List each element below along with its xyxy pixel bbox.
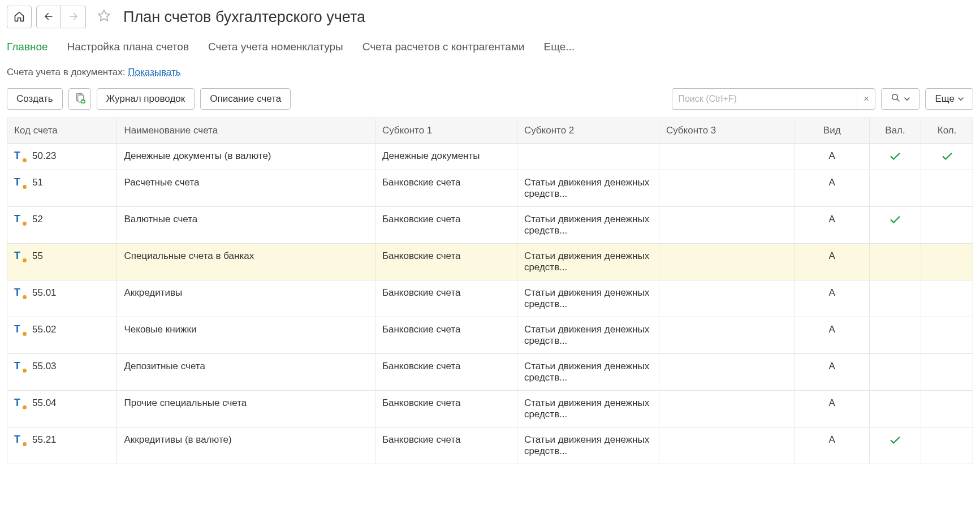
cell-sub1: Банковские счета: [375, 427, 517, 464]
star-icon: [97, 8, 111, 26]
cell-val: [869, 354, 921, 391]
col-sub3[interactable]: Субконто 3: [659, 118, 795, 144]
cell-sub1: Банковские счета: [375, 170, 517, 207]
search-box: ×: [672, 88, 875, 110]
cell-sub3: [659, 427, 795, 464]
cell-kind: А: [795, 144, 869, 170]
cell-qty: [921, 144, 973, 170]
search-clear-button[interactable]: ×: [857, 89, 875, 109]
tab-plan-settings[interactable]: Настройка плана счетов: [67, 38, 189, 55]
toolbar: Создать Журнал проводок Описание счета ×: [7, 88, 973, 110]
table-row[interactable]: Т55.01АккредитивыБанковские счетаСтатьи …: [7, 280, 973, 317]
table-row[interactable]: Т55.02Чековые книжкиБанковские счетаСтат…: [7, 317, 973, 354]
cell-val: [869, 280, 921, 317]
cell-code: 51: [32, 177, 43, 188]
check-icon: [877, 150, 914, 163]
col-qty[interactable]: Кол.: [921, 118, 973, 144]
cell-sub3: [659, 244, 795, 280]
cell-sub2: Статьи движения денежных средств...: [517, 391, 659, 427]
table-row[interactable]: Т50.23Денежные документы (в валюте)Денеж…: [7, 144, 973, 170]
cell-name: Расчетные счета: [117, 170, 375, 207]
copy-button[interactable]: [68, 88, 91, 110]
cell-sub2: [517, 144, 659, 170]
journal-button[interactable]: Журнал проводок: [97, 88, 195, 110]
forward-button[interactable]: [61, 6, 86, 28]
home-button[interactable]: [7, 6, 32, 28]
table-row[interactable]: Т55Специальные счета в банкахБанковские …: [7, 244, 973, 280]
cell-sub1: Банковские счета: [375, 317, 517, 354]
home-icon: [14, 11, 25, 24]
cell-qty: [921, 207, 973, 244]
cell-val: [869, 170, 921, 207]
tab-more[interactable]: Еще...: [544, 38, 575, 55]
cell-code: 52: [32, 214, 43, 225]
table-row[interactable]: Т52Валютные счетаБанковские счетаСтатьи …: [7, 207, 973, 244]
cell-code: 50.23: [32, 150, 57, 162]
cell-kind: А: [795, 244, 869, 280]
cell-name: Валютные счета: [117, 207, 375, 244]
cell-sub1: Банковские счета: [375, 244, 517, 280]
cell-qty: [921, 354, 973, 391]
check-icon: [877, 434, 914, 447]
cell-sub1: Банковские счета: [375, 354, 517, 391]
check-icon: [877, 214, 914, 226]
cell-name: Депозитные счета: [117, 354, 375, 391]
search-input[interactable]: [672, 94, 857, 104]
account-description-button[interactable]: Описание счета: [200, 88, 291, 110]
table-row[interactable]: Т55.04Прочие специальные счетаБанковские…: [7, 391, 973, 427]
cell-qty: [921, 170, 973, 207]
col-code[interactable]: Код счета: [7, 118, 117, 144]
filter-line: Счета учета в документах: Показывать: [7, 67, 973, 78]
col-name[interactable]: Наименование счета: [117, 118, 375, 144]
cell-sub3: [659, 170, 795, 207]
tab-nomenclature-accounts[interactable]: Счета учета номенклатуры: [208, 38, 343, 55]
search-options-button[interactable]: [881, 88, 919, 110]
tabs: Главное Настройка плана счетов Счета уче…: [7, 38, 973, 55]
filter-link-show[interactable]: Показывать: [128, 67, 180, 77]
more-label: Еще: [935, 93, 955, 105]
cell-qty: [921, 317, 973, 354]
cell-sub2: Статьи движения денежных средств...: [517, 207, 659, 244]
cell-val: [869, 144, 921, 170]
cell-sub3: [659, 391, 795, 427]
col-sub1[interactable]: Субконто 1: [375, 118, 517, 144]
page-title: План счетов бухгалтерского учета: [123, 8, 365, 26]
cell-sub2: Статьи движения денежных средств...: [517, 170, 659, 207]
col-kind[interactable]: Вид: [795, 118, 869, 144]
account-type-icon: Т: [14, 150, 25, 161]
cell-name: Аккредитивы (в валюте): [117, 427, 375, 464]
cell-kind: А: [795, 207, 869, 244]
cell-code: 55.03: [32, 361, 57, 372]
cell-val: [869, 207, 921, 244]
chevron-down-icon: [904, 96, 910, 102]
cell-qty: [921, 280, 973, 317]
col-val[interactable]: Вал.: [869, 118, 921, 144]
cell-code: 55.01: [32, 287, 57, 299]
create-button[interactable]: Создать: [7, 88, 63, 110]
cell-val: [869, 317, 921, 354]
account-type-icon: Т: [14, 214, 25, 224]
col-sub2[interactable]: Субконто 2: [517, 118, 659, 144]
check-icon: [928, 150, 966, 163]
cell-sub2: Статьи движения денежных средств...: [517, 280, 659, 317]
table-row[interactable]: Т55.21Аккредитивы (в валюте)Банковские с…: [7, 427, 973, 464]
cell-kind: А: [795, 170, 869, 207]
chevron-down-icon: [958, 96, 964, 102]
more-button[interactable]: Еще: [925, 88, 973, 110]
tab-counterparty-accounts[interactable]: Счета расчетов с контрагентами: [362, 38, 525, 55]
magnifier-icon: [891, 93, 901, 106]
tab-main[interactable]: Главное: [7, 38, 48, 55]
arrow-left-icon: [42, 11, 55, 23]
table-header-row: Код счета Наименование счета Субконто 1 …: [7, 118, 973, 144]
table-row[interactable]: Т51Расчетные счетаБанковские счетаСтатьи…: [7, 170, 973, 207]
copy-plus-icon: [74, 92, 85, 106]
cell-sub2: Статьи движения денежных средств...: [517, 244, 659, 280]
account-type-icon: Т: [14, 287, 25, 297]
cell-name: Чековые книжки: [117, 317, 375, 354]
cell-kind: А: [795, 280, 869, 317]
back-button[interactable]: [36, 6, 61, 28]
account-type-icon: Т: [14, 361, 25, 371]
table-row[interactable]: Т55.03Депозитные счетаБанковские счетаСт…: [7, 354, 973, 391]
favorite-button[interactable]: [94, 7, 114, 27]
cell-qty: [921, 427, 973, 464]
